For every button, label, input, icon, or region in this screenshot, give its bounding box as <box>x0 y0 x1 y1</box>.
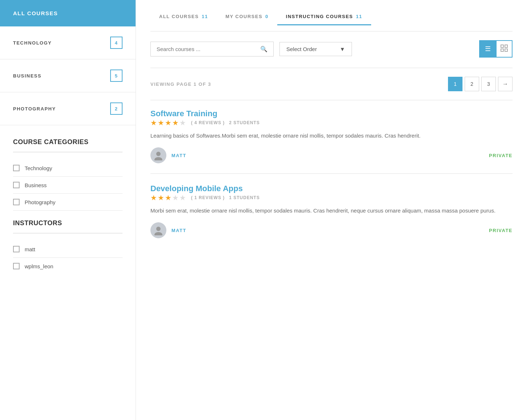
checkbox-business[interactable]: Business <box>13 177 123 194</box>
checkbox-label-wplms-leon: wplms_leon <box>25 263 53 269</box>
svg-point-7 <box>154 232 162 235</box>
course-students-mobile-apps: 1 STUDENTS <box>229 195 260 200</box>
checkbox-matt[interactable]: matt <box>13 241 123 258</box>
checkbox-label-business: Business <box>25 182 47 188</box>
instructor-info-software-training: MATT <box>150 147 186 163</box>
main-divider-1 <box>150 31 513 32</box>
course-meta-software-training: ★★★★★ ( 4 REVIEWS ) 2 STUDENTS <box>150 118 513 127</box>
tab-instructing-courses[interactable]: INSTRUCTING COURSES 11 <box>277 9 371 25</box>
tab-all-courses-label: ALL COURSES <box>159 14 199 19</box>
checkbox-label-technology: Technology <box>25 165 52 171</box>
instructor-info-mobile-apps: MATT <box>150 222 186 238</box>
sidebar-category-label: PHOTOGRAPHY <box>13 106 56 112</box>
order-select-label: Select Order <box>286 46 317 52</box>
instructor-name-software-training[interactable]: MATT <box>171 153 186 158</box>
search-input[interactable] <box>157 46 257 52</box>
course-title-mobile-apps[interactable]: Developing Mobile Apps <box>150 184 243 193</box>
tab-instructing-courses-label: INSTRUCTING COURSES <box>286 14 353 19</box>
view-buttons: ☰ <box>479 40 513 58</box>
instructor-name-mobile-apps[interactable]: MATT <box>171 228 186 233</box>
checkbox-label-photography: Photography <box>25 199 55 205</box>
course-stars-software-training: ★★★★★ <box>150 118 187 127</box>
course-status-mobile-apps: PRIVATE <box>489 228 513 233</box>
category-count-technology: 4 <box>110 37 123 49</box>
search-icon: 🔍 <box>260 46 267 52</box>
avatar-mobile-apps <box>150 222 166 238</box>
course-divider <box>150 173 513 174</box>
grid-view-icon <box>501 45 508 54</box>
instructors-divider <box>13 233 123 234</box>
page-btn-2[interactable]: 2 <box>465 77 479 91</box>
svg-rect-0 <box>501 45 503 47</box>
checkbox-icon-technology[interactable] <box>13 165 20 171</box>
checkbox-wplms-leon[interactable]: wplms_leon <box>13 258 123 274</box>
tab-my-courses[interactable]: MY COURSES 0 <box>217 9 277 25</box>
search-box[interactable]: 🔍 <box>150 42 274 56</box>
list-view-button[interactable]: ☰ <box>480 41 496 57</box>
tab-all-courses[interactable]: ALL COURSES 11 <box>150 9 217 25</box>
main-divider-3 <box>150 100 513 100</box>
sidebar-all-courses[interactable]: ALL COURSES <box>0 0 136 26</box>
page-btn-next[interactable]: → <box>498 77 513 91</box>
sidebar-category-business[interactable]: BUSINESS 5 <box>0 59 136 92</box>
pagination-row: VIEWING PAGE 1 OF 3 1 2 3 → <box>150 77 513 91</box>
course-item-software-training: Software Training ★★★★★ ( 4 REVIEWS ) 2 … <box>150 109 513 163</box>
sidebar-category-label: TECHNOLOGY <box>13 40 52 46</box>
course-footer-mobile-apps: MATT PRIVATE <box>150 222 513 238</box>
course-students-software-training: 2 STUDENTS <box>229 120 260 125</box>
avatar-software-training <box>150 147 166 163</box>
checkbox-icon-photography[interactable] <box>13 199 20 205</box>
pagination-buttons: 1 2 3 → <box>448 77 513 91</box>
order-select[interactable]: Select Order ▼ <box>279 42 352 56</box>
svg-rect-1 <box>505 45 507 47</box>
controls-row: 🔍 Select Order ▼ ☰ <box>150 40 513 58</box>
main-divider-2 <box>150 68 513 68</box>
svg-point-6 <box>156 227 161 231</box>
instructors-title: INSTRUCTORS <box>13 219 123 227</box>
course-desc-software-training: Learning basics of Softwares.Morbi sem e… <box>150 131 513 140</box>
tabs-row: ALL COURSES 11 MY COURSES 0 INSTRUCTING … <box>150 9 513 25</box>
checkbox-icon-business[interactable] <box>13 182 20 188</box>
category-count-business: 5 <box>110 70 123 82</box>
course-stars-mobile-apps: ★★★★★ <box>150 193 187 202</box>
sidebar-category-technology[interactable]: TECHNOLOGY 4 <box>0 26 136 59</box>
svg-point-4 <box>156 152 161 156</box>
page-btn-3[interactable]: 3 <box>481 77 496 91</box>
sidebar-category-label: BUSINESS <box>13 73 41 79</box>
checkbox-photography[interactable]: Photography <box>13 194 123 211</box>
tab-instructing-courses-count: 11 <box>356 14 362 19</box>
course-item-mobile-apps: Developing Mobile Apps ★★★★★ ( 1 REVIEWS… <box>150 184 513 238</box>
viewing-text: VIEWING PAGE 1 OF 3 <box>150 81 211 87</box>
list-view-icon: ☰ <box>485 45 491 53</box>
tab-my-courses-count: 0 <box>265 14 269 19</box>
svg-rect-2 <box>501 49 503 51</box>
svg-rect-3 <box>505 49 507 51</box>
checkbox-icon-wplms-leon[interactable] <box>13 263 20 269</box>
svg-point-5 <box>154 157 162 160</box>
checkbox-icon-matt[interactable] <box>13 246 20 252</box>
chevron-down-icon: ▼ <box>340 46 345 52</box>
category-count-photography: 2 <box>110 102 123 115</box>
course-categories-title: COURSE CATEGORIES <box>13 138 123 146</box>
course-status-software-training: PRIVATE <box>489 153 513 158</box>
tab-my-courses-label: MY COURSES <box>225 14 262 19</box>
page-btn-1[interactable]: 1 <box>448 77 462 91</box>
course-footer-software-training: MATT PRIVATE <box>150 147 513 163</box>
course-meta-mobile-apps: ★★★★★ ( 1 REVIEWS ) 1 STUDENTS <box>150 193 513 202</box>
course-desc-mobile-apps: Morbi sem erat, molestie ornare nisl mol… <box>150 206 513 215</box>
grid-view-button[interactable] <box>496 41 512 57</box>
categories-divider <box>13 152 123 152</box>
checkbox-technology[interactable]: Technology <box>13 160 123 177</box>
sidebar-category-photography[interactable]: PHOTOGRAPHY 2 <box>0 92 136 125</box>
tab-all-courses-count: 11 <box>202 14 208 19</box>
course-reviews-software-training: ( 4 REVIEWS ) <box>191 120 225 125</box>
course-title-software-training[interactable]: Software Training <box>150 109 217 118</box>
checkbox-label-matt: matt <box>25 246 35 252</box>
course-reviews-mobile-apps: ( 1 REVIEWS ) <box>191 195 225 200</box>
